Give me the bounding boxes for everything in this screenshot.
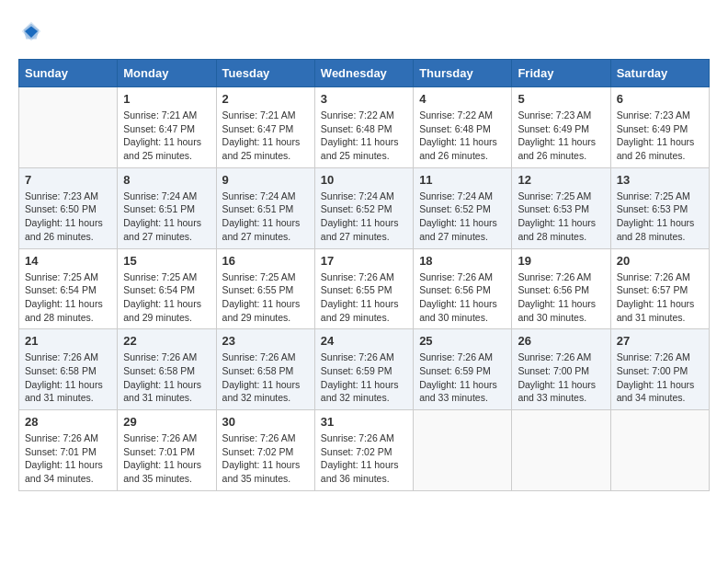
weekday-header-saturday: Saturday: [610, 60, 709, 87]
calendar-cell: 20Sunrise: 7:26 AM Sunset: 6:57 PM Dayli…: [610, 248, 709, 329]
cell-content: Sunrise: 7:25 AM Sunset: 6:54 PM Dayligh…: [25, 270, 111, 325]
cell-content: Sunrise: 7:26 AM Sunset: 6:58 PM Dayligh…: [123, 350, 210, 405]
day-number: 13: [617, 173, 703, 187]
cell-content: Sunrise: 7:22 AM Sunset: 6:48 PM Dayligh…: [321, 109, 407, 163]
weekday-header-tuesday: Tuesday: [216, 60, 314, 87]
day-number: 2: [222, 92, 309, 106]
calendar-cell: 12Sunrise: 7:25 AM Sunset: 6:53 PM Dayli…: [512, 167, 610, 248]
calendar-cell: 24Sunrise: 7:26 AM Sunset: 6:59 PM Dayli…: [314, 329, 413, 410]
calendar-header: SundayMondayTuesdayWednesdayThursdayFrid…: [19, 60, 710, 87]
cell-content: Sunrise: 7:23 AM Sunset: 6:49 PM Dayligh…: [617, 109, 703, 163]
calendar-cell: 18Sunrise: 7:26 AM Sunset: 6:56 PM Dayli…: [414, 248, 512, 329]
cell-content: Sunrise: 7:22 AM Sunset: 6:48 PM Dayligh…: [419, 109, 506, 163]
day-number: 27: [617, 334, 703, 348]
day-number: 25: [419, 334, 506, 348]
cell-content: Sunrise: 7:24 AM Sunset: 6:51 PM Dayligh…: [222, 190, 309, 244]
day-number: 28: [25, 415, 111, 429]
calendar-week-row: 7Sunrise: 7:23 AM Sunset: 6:50 PM Daylig…: [19, 167, 710, 248]
day-number: 19: [518, 254, 604, 268]
day-number: 1: [123, 92, 210, 106]
calendar-week-row: 14Sunrise: 7:25 AM Sunset: 6:54 PM Dayli…: [19, 248, 710, 329]
day-number: 23: [222, 334, 309, 348]
calendar-cell: [414, 410, 512, 491]
day-number: 24: [321, 334, 407, 348]
cell-content: Sunrise: 7:26 AM Sunset: 7:00 PM Dayligh…: [518, 350, 604, 405]
cell-content: Sunrise: 7:26 AM Sunset: 7:01 PM Dayligh…: [123, 431, 210, 486]
calendar-cell: 30Sunrise: 7:26 AM Sunset: 7:02 PM Dayli…: [216, 410, 314, 491]
cell-content: Sunrise: 7:26 AM Sunset: 6:58 PM Dayligh…: [25, 350, 111, 405]
calendar-cell: 2Sunrise: 7:21 AM Sunset: 6:47 PM Daylig…: [216, 87, 314, 168]
calendar-cell: 15Sunrise: 7:25 AM Sunset: 6:54 PM Dayli…: [118, 248, 216, 329]
calendar-cell: 10Sunrise: 7:24 AM Sunset: 6:52 PM Dayli…: [314, 167, 413, 248]
weekday-header-row: SundayMondayTuesdayWednesdayThursdayFrid…: [19, 60, 710, 87]
calendar-table: SundayMondayTuesdayWednesdayThursdayFrid…: [18, 59, 710, 491]
cell-content: Sunrise: 7:23 AM Sunset: 6:49 PM Dayligh…: [518, 109, 604, 163]
cell-content: Sunrise: 7:26 AM Sunset: 6:55 PM Dayligh…: [321, 270, 407, 325]
calendar-cell: 3Sunrise: 7:22 AM Sunset: 6:48 PM Daylig…: [314, 87, 413, 168]
day-number: 10: [321, 173, 407, 187]
day-number: 20: [617, 254, 703, 268]
cell-content: Sunrise: 7:26 AM Sunset: 6:58 PM Dayligh…: [222, 350, 309, 405]
calendar-cell: 22Sunrise: 7:26 AM Sunset: 6:58 PM Dayli…: [118, 329, 216, 410]
calendar-cell: 31Sunrise: 7:26 AM Sunset: 7:02 PM Dayli…: [314, 410, 413, 491]
cell-content: Sunrise: 7:24 AM Sunset: 6:51 PM Dayligh…: [123, 190, 210, 244]
calendar-cell: 7Sunrise: 7:23 AM Sunset: 6:50 PM Daylig…: [19, 167, 118, 248]
calendar-week-row: 21Sunrise: 7:26 AM Sunset: 6:58 PM Dayli…: [19, 329, 710, 410]
day-number: 15: [123, 254, 210, 268]
day-number: 3: [321, 92, 407, 106]
cell-content: Sunrise: 7:26 AM Sunset: 6:59 PM Dayligh…: [321, 350, 407, 405]
calendar-cell: 6Sunrise: 7:23 AM Sunset: 6:49 PM Daylig…: [610, 87, 709, 168]
calendar-week-row: 1Sunrise: 7:21 AM Sunset: 6:47 PM Daylig…: [19, 87, 710, 168]
calendar-body: 1Sunrise: 7:21 AM Sunset: 6:47 PM Daylig…: [19, 87, 710, 491]
day-number: 5: [518, 92, 604, 106]
cell-content: Sunrise: 7:24 AM Sunset: 6:52 PM Dayligh…: [321, 190, 407, 244]
cell-content: Sunrise: 7:26 AM Sunset: 6:56 PM Dayligh…: [518, 270, 604, 325]
cell-content: Sunrise: 7:26 AM Sunset: 7:01 PM Dayligh…: [25, 431, 111, 486]
day-number: 31: [321, 415, 407, 429]
logo: [18, 18, 48, 44]
cell-content: Sunrise: 7:26 AM Sunset: 7:02 PM Dayligh…: [321, 431, 407, 486]
weekday-header-sunday: Sunday: [19, 60, 118, 87]
day-number: 18: [419, 254, 506, 268]
day-number: 9: [222, 173, 309, 187]
cell-content: Sunrise: 7:24 AM Sunset: 6:52 PM Dayligh…: [419, 190, 506, 244]
calendar-cell: 26Sunrise: 7:26 AM Sunset: 7:00 PM Dayli…: [512, 329, 610, 410]
day-number: 14: [25, 254, 111, 268]
calendar-cell: 1Sunrise: 7:21 AM Sunset: 6:47 PM Daylig…: [118, 87, 216, 168]
cell-content: Sunrise: 7:26 AM Sunset: 6:57 PM Dayligh…: [617, 270, 703, 325]
cell-content: Sunrise: 7:26 AM Sunset: 6:56 PM Dayligh…: [419, 270, 506, 325]
cell-content: Sunrise: 7:26 AM Sunset: 7:00 PM Dayligh…: [617, 350, 703, 405]
day-number: 17: [321, 254, 407, 268]
cell-content: Sunrise: 7:25 AM Sunset: 6:53 PM Dayligh…: [518, 190, 604, 244]
weekday-header-friday: Friday: [512, 60, 610, 87]
calendar-cell: 11Sunrise: 7:24 AM Sunset: 6:52 PM Dayli…: [414, 167, 512, 248]
calendar-cell: 5Sunrise: 7:23 AM Sunset: 6:49 PM Daylig…: [512, 87, 610, 168]
calendar-week-row: 28Sunrise: 7:26 AM Sunset: 7:01 PM Dayli…: [19, 410, 710, 491]
cell-content: Sunrise: 7:25 AM Sunset: 6:54 PM Dayligh…: [123, 270, 210, 325]
calendar-cell: 13Sunrise: 7:25 AM Sunset: 6:53 PM Dayli…: [610, 167, 709, 248]
day-number: 11: [419, 173, 506, 187]
calendar-cell: 23Sunrise: 7:26 AM Sunset: 6:58 PM Dayli…: [216, 329, 314, 410]
day-number: 30: [222, 415, 309, 429]
calendar-cell: [19, 87, 118, 168]
page-header: [18, 18, 710, 44]
cell-content: Sunrise: 7:21 AM Sunset: 6:47 PM Dayligh…: [123, 109, 210, 163]
day-number: 21: [25, 334, 111, 348]
weekday-header-monday: Monday: [118, 60, 216, 87]
calendar-cell: 25Sunrise: 7:26 AM Sunset: 6:59 PM Dayli…: [414, 329, 512, 410]
cell-content: Sunrise: 7:23 AM Sunset: 6:50 PM Dayligh…: [25, 190, 111, 244]
calendar-cell: 28Sunrise: 7:26 AM Sunset: 7:01 PM Dayli…: [19, 410, 118, 491]
cell-content: Sunrise: 7:26 AM Sunset: 7:02 PM Dayligh…: [222, 431, 309, 486]
calendar-cell: 16Sunrise: 7:25 AM Sunset: 6:55 PM Dayli…: [216, 248, 314, 329]
calendar-cell: [512, 410, 610, 491]
calendar-cell: 8Sunrise: 7:24 AM Sunset: 6:51 PM Daylig…: [118, 167, 216, 248]
cell-content: Sunrise: 7:26 AM Sunset: 6:59 PM Dayligh…: [419, 350, 506, 405]
day-number: 26: [518, 334, 604, 348]
calendar-cell: 9Sunrise: 7:24 AM Sunset: 6:51 PM Daylig…: [216, 167, 314, 248]
day-number: 16: [222, 254, 309, 268]
cell-content: Sunrise: 7:25 AM Sunset: 6:53 PM Dayligh…: [617, 190, 703, 244]
calendar-cell: 29Sunrise: 7:26 AM Sunset: 7:01 PM Dayli…: [118, 410, 216, 491]
logo-icon: [18, 18, 44, 44]
weekday-header-wednesday: Wednesday: [314, 60, 413, 87]
calendar-cell: 17Sunrise: 7:26 AM Sunset: 6:55 PM Dayli…: [314, 248, 413, 329]
